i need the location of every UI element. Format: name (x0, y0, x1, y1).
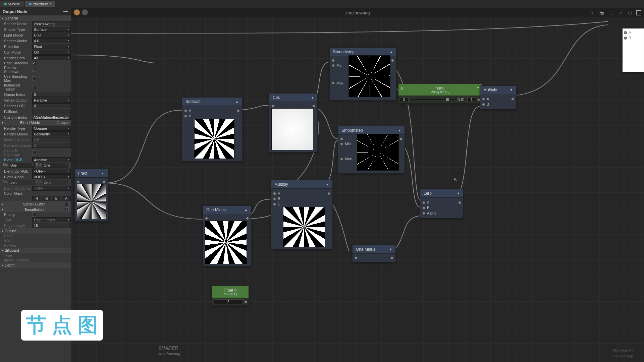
mask-r[interactable]: R (32, 196, 41, 201)
node-fract[interactable]: Fract▲ (74, 169, 108, 222)
collapse-icon[interactable]: ▲ (245, 208, 248, 212)
node-float4[interactable]: Float 4Const( 2 ) 2 (212, 286, 249, 306)
slider-value[interactable]: 0.81 (457, 97, 466, 102)
collapse-icon[interactable]: ▲ (390, 50, 393, 54)
port-b[interactable] (184, 115, 187, 118)
checkbox-stencil[interactable] (65, 202, 69, 206)
collapse-icon[interactable]: ▼ (457, 192, 460, 195)
camera-icon[interactable]: 📷 (598, 9, 605, 16)
output-port[interactable] (237, 109, 240, 112)
node-multiply-1[interactable]: Multiply▲ A B C (271, 180, 333, 249)
port-a[interactable] (422, 201, 425, 204)
dropdown-blend-alpha[interactable]: <OFF> (32, 174, 71, 179)
dropdown-precision[interactable]: Float (32, 44, 71, 49)
section-stencil[interactable]: Stencil Buffer (0, 201, 71, 207)
output-port[interactable] (391, 59, 394, 62)
mask-g[interactable]: G (42, 196, 51, 201)
port-b[interactable] (482, 103, 485, 106)
port-alpha[interactable] (422, 212, 425, 215)
menu-icon[interactable]: ≡ (400, 86, 403, 91)
frame-icon[interactable] (636, 10, 641, 15)
dropdown-rendertype[interactable]: Opaque (32, 126, 71, 131)
input-port[interactable] (332, 59, 335, 62)
float-value[interactable]: 2 (214, 299, 243, 304)
slider-max[interactable]: 1 (467, 97, 476, 102)
node-smoothstep-2[interactable]: Smoothstep▲ Min Max (338, 126, 405, 174)
checkbox-sampling[interactable] (32, 76, 36, 80)
input-shader-name[interactable]: zhuzhuwang (32, 21, 71, 26)
output-port[interactable] (327, 192, 330, 195)
collapse-icon[interactable]: ▲ (398, 129, 401, 132)
output-port[interactable] (399, 137, 402, 140)
output-port[interactable] (458, 201, 461, 204)
port-a[interactable] (482, 98, 485, 101)
slider-track[interactable] (410, 99, 456, 100)
checkbox-tess[interactable] (65, 207, 69, 212)
collapse-icon[interactable]: ▲ (101, 172, 104, 175)
dropdown-src[interactable]: One (9, 163, 35, 168)
mode-dot-2[interactable] (82, 9, 88, 15)
input-port[interactable] (355, 256, 358, 259)
port-b[interactable] (624, 37, 627, 40)
node-multiply-2[interactable]: Multiply▼ A B (480, 85, 517, 109)
dropdown-shader-type[interactable]: Surface (32, 27, 71, 32)
output-port[interactable] (390, 256, 393, 259)
input-port[interactable] (77, 180, 80, 183)
checkbox-cast-shadows[interactable] (32, 61, 36, 65)
section-tessellation[interactable]: Tessellation (0, 207, 71, 212)
dropdown-dst[interactable]: One (43, 163, 68, 168)
node-graph-canvas[interactable]: zhuzhuwang ⪪ 📷 ⛶ ⤢ ⓘ Fract▲ (71, 8, 644, 362)
input-fallback[interactable] (32, 109, 71, 114)
section-blend-mode[interactable]: Blend ModeOpaque (0, 120, 71, 125)
output-port[interactable] (244, 300, 247, 303)
tab-zhuzhuwang[interactable]: zhuzhuw..* (25, 1, 55, 7)
share-icon[interactable]: ⪪ (589, 9, 596, 16)
port-a[interactable] (273, 192, 276, 195)
port-b[interactable] (273, 197, 276, 200)
info-icon[interactable]: ⓘ (627, 9, 633, 16)
input-lod[interactable]: 0 (32, 103, 71, 108)
node-output-partial[interactable]: A B (622, 28, 644, 72)
output-port[interactable] (511, 98, 514, 101)
node-one-minus-2[interactable]: One Minus▼ (352, 245, 396, 262)
collapse-icon[interactable]: ▲ (311, 96, 314, 99)
port-min[interactable] (332, 64, 335, 67)
port-a[interactable] (624, 31, 627, 34)
input-port[interactable] (271, 105, 274, 108)
mode-dot-1[interactable] (74, 9, 80, 15)
input-edgelen[interactable]: 15 (32, 223, 71, 228)
port-a[interactable] (184, 109, 187, 112)
node-hudu[interactable]: ≡ hudu Value( 0.811 ) ▼ 0 0.81 1 (398, 84, 482, 104)
input-port[interactable] (340, 137, 343, 140)
collapse-icon[interactable]: ▲ (235, 100, 238, 103)
port-c[interactable] (273, 203, 276, 206)
node-subtract[interactable]: Subtract▲ A B (182, 97, 242, 161)
focus-icon[interactable]: ⛶ (608, 9, 614, 16)
checkbox-instanced[interactable] (32, 85, 36, 89)
port-b[interactable] (422, 206, 425, 209)
dropdown-tess-type[interactable]: Edge Length (32, 217, 71, 222)
collapse-icon[interactable]: ▼ (389, 248, 392, 251)
checkbox-phong[interactable] (32, 213, 36, 217)
mask-a[interactable]: A (62, 196, 71, 201)
dropdown-render-path[interactable]: All (32, 55, 71, 60)
collapse-icon[interactable]: ▼ (510, 88, 513, 92)
dropdown-vout[interactable]: Relative (32, 98, 71, 103)
output-port[interactable] (103, 180, 106, 183)
node-smoothstep-1[interactable]: Smoothstep▲ Min Max (329, 48, 396, 100)
node-cos[interactable]: Cos▲ (269, 93, 318, 153)
output-port[interactable] (246, 217, 249, 220)
collapse-icon[interactable]: ▼ (477, 86, 480, 89)
node-one-minus-1[interactable]: One Minus▲ (203, 205, 251, 266)
dropdown-blendop-rgb[interactable]: <OFF> (32, 169, 71, 174)
input-port[interactable] (205, 217, 208, 220)
dropdown-shader-model[interactable]: 4.6 (32, 38, 71, 43)
collapse-icon[interactable] (63, 11, 68, 12)
slider-thumb[interactable] (446, 98, 449, 101)
collapse-icon[interactable]: ▲ (326, 183, 329, 186)
input-queue-idx[interactable]: 0 (32, 92, 71, 97)
section-billboard[interactable]: Billboard (0, 248, 71, 253)
tab-yuwen[interactable]: yuwen* (0, 1, 25, 7)
checkbox-receive-shadows[interactable] (32, 68, 36, 72)
expand-icon[interactable]: ⤢ (617, 9, 624, 16)
